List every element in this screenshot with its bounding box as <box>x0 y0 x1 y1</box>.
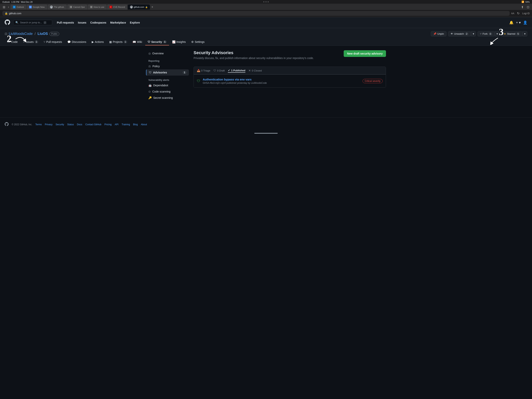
search-bar[interactable]: 🔍 Search or jump to... / <box>13 20 52 25</box>
nav-projects[interactable]: ▦ Projects 1 <box>107 39 129 45</box>
code-icon: <> <box>7 40 10 44</box>
github-header: 🔍 Search or jump to... / Pull requests I… <box>0 17 532 28</box>
nav-issues[interactable]: ○ Issues 1 <box>21 39 41 45</box>
fork-btn[interactable]: ⑂ Fork 0 <box>477 31 495 36</box>
reporting-section-title: Reporting <box>146 57 189 63</box>
sidebar-dependabot[interactable]: 🤖 Dependabot <box>146 82 189 89</box>
sidebar-overview[interactable]: ◎ Overview <box>146 50 189 57</box>
tab-cannotopen[interactable]: 🖼 Cannot Ope <box>67 5 87 10</box>
advisories-icon: 🛡 <box>149 71 152 74</box>
footer-status[interactable]: Status <box>67 123 74 126</box>
tab-lock-icon: 🔒 <box>145 6 148 8</box>
nav-codespaces[interactable]: Codespaces <box>90 21 106 24</box>
search-placeholder: Search or jump to... <box>20 21 42 24</box>
tab-github-active-label: github.com <box>134 6 144 8</box>
filter-closed[interactable]: ✕ 0 Closed <box>248 69 262 72</box>
tab-outlook[interactable]: O Outlook <box>11 5 26 10</box>
time-display: 1:30 PM <box>11 1 19 3</box>
nav-settings[interactable]: ⚙ Settings <box>189 39 207 45</box>
nav-pull-requests[interactable]: ⑂ Pull requests <box>41 39 64 45</box>
severity-badge: Critical severity <box>363 79 383 83</box>
tab-googlenews[interactable]: G Google New. <box>27 5 47 10</box>
footer-links: Terms Privacy Security Status Docs Conta… <box>35 123 147 126</box>
sidebar-code-scanning[interactable]: ⊙ Code scanning <box>146 89 189 95</box>
github-logo[interactable] <box>5 19 10 26</box>
advisory-title[interactable]: Authentication bypass via env vars <box>203 78 360 81</box>
reload-btn[interactable]: ↻ <box>516 11 521 16</box>
security-sidebar: ◎ Overview Reporting ⚖ Policy 🛡 Advisori… <box>146 50 189 101</box>
home-bar <box>254 133 278 134</box>
share-btn[interactable]: ⬆ <box>520 5 525 10</box>
date-display: Wed Dec 28 <box>21 1 32 3</box>
star-caret-btn[interactable]: ▾ <box>522 31 527 36</box>
star-count: 5 <box>516 32 520 35</box>
filter-triage[interactable]: 📥 0 Triage <box>197 69 210 72</box>
star-btn[interactable]: ★ Starred 5 <box>501 31 522 36</box>
address-input[interactable]: 🔒 github.com <box>2 11 510 16</box>
issues-icon: ○ <box>23 40 25 44</box>
sidebar-toggle-btn[interactable]: ⊞ <box>1 5 6 10</box>
footer-docs[interactable]: Docs <box>77 123 82 126</box>
footer-api[interactable]: API <box>115 123 118 126</box>
nav-insights[interactable]: 📈 Insights <box>170 39 188 45</box>
tab-github1[interactable]: The github. <box>48 5 67 10</box>
advisory-item: 🛡 Authentication bypass via env vars GHS… <box>194 74 386 87</box>
footer-blog[interactable]: Blog <box>133 123 138 126</box>
text-size-icon[interactable]: AA <box>511 12 514 15</box>
googlenews-favicon: G <box>29 6 32 8</box>
nav-marketplace[interactable]: Marketplace <box>110 21 126 24</box>
settings-icon: ⚙ <box>191 40 194 44</box>
footer-about[interactable]: About <box>141 123 147 126</box>
tab-outlook-label: Outlook <box>17 6 24 8</box>
unwatch-btn[interactable]: 👁 Unwatch 2 <box>448 31 471 36</box>
login-indicator: Logi ID <box>522 12 530 15</box>
nav-code[interactable]: <> Code <box>5 39 20 45</box>
app-name: Outlook <box>2 1 10 3</box>
repo-type-icon: ⊡ <box>5 32 7 36</box>
repo-action-buttons: 📌 Unpin 👁 Unwatch 2 ▾ ⑂ Fork <box>431 31 527 36</box>
footer-security[interactable]: Security <box>56 123 64 126</box>
actions-icon: ▶ <box>92 40 94 44</box>
advisory-meta: GHSA-f9x3-mj2r-cqmf published yesterday … <box>203 82 360 84</box>
nav-actions[interactable]: ▶ Actions <box>89 39 106 45</box>
footer-privacy[interactable]: Privacy <box>45 123 52 126</box>
footer-training[interactable]: Training <box>121 123 130 126</box>
footer-terms[interactable]: Terms <box>35 123 42 126</box>
nav-wiki[interactable]: 📖 Wiki <box>130 39 144 45</box>
footer-contact[interactable]: Contact GitHub <box>85 123 101 126</box>
unpin-btn[interactable]: 📌 Unpin <box>431 31 447 36</box>
repo-name-link[interactable]: LiuOS <box>38 32 48 36</box>
nav-pull-requests[interactable]: Pull requests <box>57 21 74 24</box>
tabs-overview-btn[interactable]: ⊡ <box>526 5 531 10</box>
footer-pricing[interactable]: Pricing <box>104 123 112 126</box>
back-btn[interactable]: ‹ <box>7 5 10 9</box>
tab-cverecord[interactable]: C CVE Record <box>107 5 127 10</box>
fork-caret-btn[interactable]: ▾ <box>495 31 500 36</box>
new-dropdown-btn[interactable]: + ▾ <box>516 20 521 25</box>
sidebar-secret-scanning[interactable]: 🔑 Secret scanning <box>146 95 189 101</box>
vulnerability-alerts-title: Vulnerability alerts <box>146 76 189 82</box>
user-avatar-btn[interactable]: 👤 <box>523 20 527 25</box>
advisory-filter-tabs: 📥 0 Triage 🛡 0 Draft ✓ 1 Published ✕ 0 C… <box>194 67 386 88</box>
overview-icon: ◎ <box>148 52 151 55</box>
tab-github-active[interactable]: github.com 🔒 <box>128 5 150 10</box>
unpin-btn-group: 📌 Unpin <box>431 31 447 36</box>
nav-discussions[interactable]: 💬 Discussions <box>65 39 89 45</box>
cannotopen-favicon: 🖼 <box>70 6 72 8</box>
page-description: Privately discuss, fix, and publish info… <box>194 57 314 60</box>
repo-owner-link[interactable]: LiuWoodsCode <box>9 32 33 36</box>
tab-howtouse[interactable]: 🖼 How to use <box>88 5 107 10</box>
nav-explore[interactable]: Explore <box>130 21 140 24</box>
nav-security[interactable]: 🛡 Security 1 <box>145 39 169 45</box>
new-tab-btn[interactable]: + <box>150 5 154 9</box>
new-advisory-btn[interactable]: New draft security advisory <box>344 50 386 57</box>
sidebar-advisories[interactable]: 🛡 Advisories 1 <box>146 69 189 76</box>
unpin-label: Unpin <box>437 32 444 35</box>
unwatch-caret-btn[interactable]: ▾ <box>471 31 476 36</box>
notifications-btn[interactable]: 🔔 <box>509 20 513 25</box>
filter-published[interactable]: ✓ 1 Published <box>228 68 245 73</box>
filter-draft[interactable]: 🛡 0 Draft <box>213 69 225 72</box>
nav-issues[interactable]: Issues <box>78 21 86 24</box>
repo-title-row: ⊡ LiuWoodsCode / LiuOS Public 📌 Unpin 👁 … <box>5 31 527 36</box>
sidebar-policy[interactable]: ⚖ Policy <box>146 63 189 69</box>
